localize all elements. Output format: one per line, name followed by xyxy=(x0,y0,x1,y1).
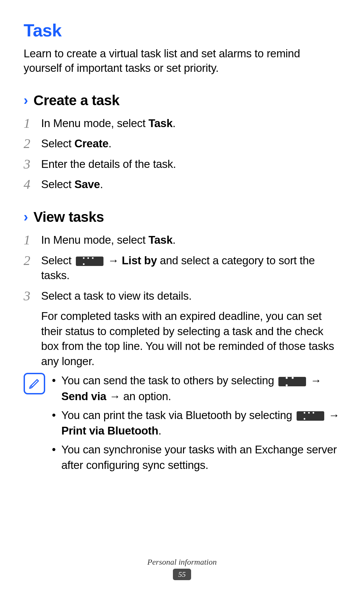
step-number: 1 xyxy=(24,233,41,247)
step-number: 3 xyxy=(24,289,41,303)
section-title: View tasks xyxy=(33,209,104,225)
step-bold: Task xyxy=(148,234,173,246)
bullet-icon: • xyxy=(52,442,61,457)
note-post: . xyxy=(158,424,161,437)
step-number: 1 xyxy=(24,116,41,131)
step-pre: In Menu mode, select xyxy=(41,117,148,129)
note-text: You can send the task to others by selec… xyxy=(61,373,340,404)
menu-icon xyxy=(278,377,306,386)
note-list: • You can send the task to others by sel… xyxy=(52,373,340,476)
note-post: → an option. xyxy=(106,390,171,402)
step-pre: Select xyxy=(41,178,74,190)
note-text: You can synchronise your tasks with an E… xyxy=(61,442,340,473)
footer-section-label: Personal information xyxy=(0,558,364,567)
note-pre: You can print the task via Bluetooth by … xyxy=(61,409,295,421)
step-item: 1 In Menu mode, select Task. xyxy=(24,116,340,131)
note-bold: Send via xyxy=(61,390,106,402)
step-item: 4 Select Save. xyxy=(24,177,340,192)
section-header-create: › Create a task xyxy=(24,92,340,109)
step-text: Select Create. xyxy=(41,136,340,151)
note-pre: You can send the task to others by selec… xyxy=(61,374,277,387)
step-text: In Menu mode, select Task. xyxy=(41,116,340,131)
step-bold: Create xyxy=(74,137,109,150)
note-block: • You can send the task to others by sel… xyxy=(24,373,340,476)
note-item: • You can send the task to others by sel… xyxy=(52,373,340,404)
step-text: Enter the details of the task. xyxy=(41,157,340,172)
step-number: 2 xyxy=(24,136,41,151)
step-item: 3 Enter the details of the task. xyxy=(24,157,340,172)
svg-line-0 xyxy=(31,386,32,387)
arrow-text: → xyxy=(307,374,322,387)
section-title: Create a task xyxy=(33,92,119,109)
section-header-view: › View tasks xyxy=(24,209,340,225)
menu-icon xyxy=(297,411,324,421)
step-post: . xyxy=(109,137,112,150)
page-number: 55 xyxy=(173,569,191,580)
step-pre: Select xyxy=(41,254,74,267)
bullet-icon: • xyxy=(52,373,61,388)
step-bold: Save xyxy=(74,178,100,190)
step-number: 3 xyxy=(24,157,41,172)
step-pre: Select xyxy=(41,137,74,150)
step-text: Select Save. xyxy=(41,177,340,192)
step-item: 2 Select Create. xyxy=(24,136,340,151)
bullet-icon: • xyxy=(52,408,61,423)
note-text: You can print the task via Bluetooth by … xyxy=(61,408,340,439)
step-item: 2 Select → List by and select a category… xyxy=(24,253,340,283)
step-bold: List by xyxy=(122,254,157,267)
step-item: 1 In Menu mode, select Task. xyxy=(24,233,340,248)
page-title: Task xyxy=(24,20,340,40)
step-bold: Task xyxy=(148,117,173,129)
arrow-text: → xyxy=(326,409,340,421)
note-bold: Print via Bluetooth xyxy=(61,424,158,437)
step-pre: Enter the details of the task. xyxy=(41,158,176,170)
arrow-text: → xyxy=(105,254,122,267)
step-post: . xyxy=(173,234,176,246)
menu-icon xyxy=(76,257,103,266)
note-item: • You can print the task via Bluetooth b… xyxy=(52,408,340,439)
step-number: 2 xyxy=(24,253,41,268)
view-tasks-steps: 1 In Menu mode, select Task. 2 Select → … xyxy=(24,233,340,477)
note-item: • You can synchronise your tasks with an… xyxy=(52,442,340,473)
step-post: . xyxy=(100,178,103,190)
page-footer: Personal information 55 xyxy=(0,558,364,580)
intro-text: Learn to create a virtual task list and … xyxy=(24,47,340,76)
chevron-icon: › xyxy=(24,93,28,108)
step-text: In Menu mode, select Task. xyxy=(41,233,340,248)
create-task-steps: 1 In Menu mode, select Task. 2 Select Cr… xyxy=(24,116,340,192)
step-text: Select → List by and select a category t… xyxy=(41,253,340,283)
chevron-icon: › xyxy=(24,209,28,225)
step-pre: In Menu mode, select xyxy=(41,234,148,246)
step-post: . xyxy=(173,117,176,129)
note-icon xyxy=(24,373,45,394)
step-number: 4 xyxy=(24,177,41,192)
step-extra-text: For completed tasks with an expired dead… xyxy=(41,309,340,369)
step-item: 3 Select a task to view its details. xyxy=(24,289,340,304)
step-text: Select a task to view its details. xyxy=(41,289,340,304)
